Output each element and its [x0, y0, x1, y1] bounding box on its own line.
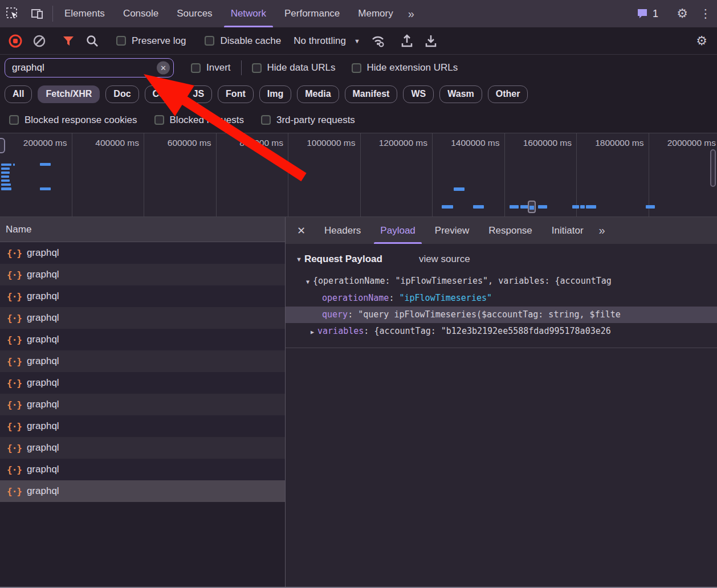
- tab-preview[interactable]: Preview: [425, 217, 479, 244]
- payload-operation-row[interactable]: operationName: "ipFlowTimeseries": [286, 290, 717, 307]
- request-row[interactable]: {·} graphql: [0, 350, 285, 372]
- network-overview-timeline[interactable]: 200000 ms 400000 ms 600000 ms 800000 ms …: [0, 133, 717, 217]
- resource-type-chip[interactable]: Wasm: [439, 85, 482, 103]
- preserve-log-checkbox[interactable]: [116, 36, 126, 46]
- blocked-response-cookies-label: Blocked response cookies: [25, 115, 137, 126]
- more-tabs-icon[interactable]: »: [402, 0, 419, 27]
- request-row[interactable]: {·} graphql: [0, 480, 285, 502]
- inspect-element-icon[interactable]: [0, 0, 25, 27]
- tab-response[interactable]: Response: [479, 217, 542, 244]
- resource-type-chip[interactable]: Fetch/XHR: [38, 85, 100, 103]
- import-har-icon[interactable]: [395, 31, 419, 51]
- request-row[interactable]: {·} graphql: [0, 459, 285, 480]
- tab-memory[interactable]: Memory: [349, 0, 402, 27]
- device-toolbar-icon[interactable]: [25, 0, 50, 27]
- search-icon[interactable]: [80, 31, 104, 51]
- resource-type-chip[interactable]: Img: [259, 85, 291, 103]
- waterfall-bar: [1, 187, 11, 190]
- payload-query-row[interactable]: query: "query ipFlowTimeseries($accountT…: [286, 307, 717, 323]
- third-party-group: 3rd-party requests: [261, 115, 355, 126]
- json-braces-icon: {·}: [7, 356, 22, 367]
- tab-performance[interactable]: Performance: [275, 0, 349, 27]
- json-braces-icon: {·}: [7, 334, 22, 345]
- third-party-requests-checkbox[interactable]: [261, 115, 271, 125]
- more-detail-tabs-icon[interactable]: »: [593, 217, 610, 244]
- waterfall-bar: [1, 164, 11, 166]
- filter-input[interactable]: [5, 62, 173, 74]
- tab-headers[interactable]: Headers: [315, 217, 370, 244]
- request-row[interactable]: {·} graphql: [0, 264, 285, 285]
- invert-group: Invert: [183, 62, 239, 74]
- tab-initiator[interactable]: Initiator: [542, 217, 593, 244]
- throttling-select[interactable]: No throttling ▼: [288, 35, 366, 47]
- hide-data-urls-checkbox[interactable]: [252, 63, 262, 73]
- devtools-tabbar: Elements Console Sources Network Perform…: [0, 0, 717, 27]
- json-braces-icon: {·}: [7, 248, 22, 259]
- json-braces-icon: {·}: [7, 486, 22, 497]
- waterfall-bar: [528, 201, 536, 213]
- active-tab-underline: [224, 26, 273, 27]
- request-row[interactable]: {·} graphql: [0, 307, 285, 329]
- tab-payload[interactable]: Payload: [370, 217, 425, 244]
- json-braces-icon: {·}: [7, 270, 22, 280]
- hide-data-urls-label: Hide data URLs: [267, 62, 336, 74]
- disable-cache-checkbox[interactable]: [205, 36, 214, 46]
- resource-type-chip[interactable]: All: [5, 85, 32, 103]
- network-settings-gear-icon[interactable]: ⚙: [690, 34, 714, 48]
- resource-type-chip[interactable]: Doc: [105, 85, 138, 103]
- hide-extension-urls-checkbox[interactable]: [352, 63, 361, 73]
- invert-checkbox[interactable]: [191, 63, 201, 73]
- request-row[interactable]: {·} graphql: [0, 329, 285, 350]
- blocked-response-cookies-checkbox[interactable]: [9, 115, 19, 125]
- devtools-window: Elements Console Sources Network Perform…: [0, 0, 717, 588]
- tab-network[interactable]: Network: [222, 0, 275, 27]
- tab-console[interactable]: Console: [114, 0, 168, 27]
- payload-variables-row[interactable]: ▶variables: {accountTag: "b12e3b2192ee55…: [286, 323, 717, 340]
- resource-type-chip[interactable]: Manifest: [345, 85, 398, 103]
- json-braces-icon: {·}: [7, 399, 22, 410]
- request-detail-pane: ✕ Headers Payload Preview Response Initi…: [286, 217, 717, 588]
- payload-header: ▼ Request Payload view source: [286, 254, 717, 273]
- request-row[interactable]: {·} graphql: [0, 372, 285, 394]
- kebab-menu-icon[interactable]: ⋮: [694, 7, 717, 21]
- waterfall-bar: [1, 183, 11, 186]
- tab-elements[interactable]: Elements: [55, 0, 114, 27]
- request-row[interactable]: {·} graphql: [0, 394, 285, 415]
- export-har-icon[interactable]: [419, 31, 443, 51]
- request-rows: {·} graphql {·} graphql {·} graphql: [0, 242, 285, 502]
- clear-network-log-button[interactable]: [27, 31, 51, 51]
- settings-gear-icon[interactable]: ⚙: [670, 6, 694, 21]
- collapse-triangle-icon[interactable]: ▼: [296, 256, 302, 263]
- resource-type-chip[interactable]: WS: [403, 85, 434, 103]
- name-column-header[interactable]: Name: [0, 217, 285, 242]
- network-conditions-icon[interactable]: [366, 31, 390, 51]
- resource-type-chip[interactable]: Media: [297, 85, 339, 103]
- waterfall-bar: [538, 205, 547, 209]
- waterfall-bar: [1, 172, 10, 174]
- resource-type-chip[interactable]: Other: [488, 85, 528, 103]
- overview-right-handle[interactable]: [710, 149, 716, 187]
- resource-type-chip[interactable]: JS: [185, 85, 213, 103]
- waterfall-bar: [510, 205, 519, 209]
- overview-left-handle[interactable]: [0, 138, 5, 153]
- record-network-log-button[interactable]: [3, 31, 27, 51]
- request-row[interactable]: {·} graphql: [0, 242, 285, 264]
- view-source-link[interactable]: view source: [419, 254, 470, 265]
- request-row[interactable]: {·} graphql: [0, 437, 285, 459]
- clear-filter-icon[interactable]: ✕: [157, 62, 170, 75]
- waterfall-bar: [646, 205, 655, 209]
- resource-type-chip[interactable]: Font: [218, 85, 254, 103]
- tab-sources[interactable]: Sources: [168, 0, 221, 27]
- close-icon[interactable]: ✕: [286, 217, 315, 244]
- resource-type-chip[interactable]: CSS: [145, 85, 180, 103]
- json-braces-icon: {·}: [7, 421, 22, 432]
- blocked-requests-checkbox[interactable]: [154, 115, 164, 125]
- waterfall-bar: [442, 205, 453, 209]
- waterfall-bar: [40, 187, 51, 190]
- request-row[interactable]: {·} graphql: [0, 415, 285, 437]
- filter-funnel-icon[interactable]: [56, 31, 80, 51]
- issues-button[interactable]: 1: [629, 7, 665, 20]
- waterfall-bar: [1, 168, 10, 170]
- request-row[interactable]: {·} graphql: [0, 285, 285, 307]
- payload-root-row[interactable]: ▼{operationName: "ipFlowTimeseries", var…: [286, 273, 717, 290]
